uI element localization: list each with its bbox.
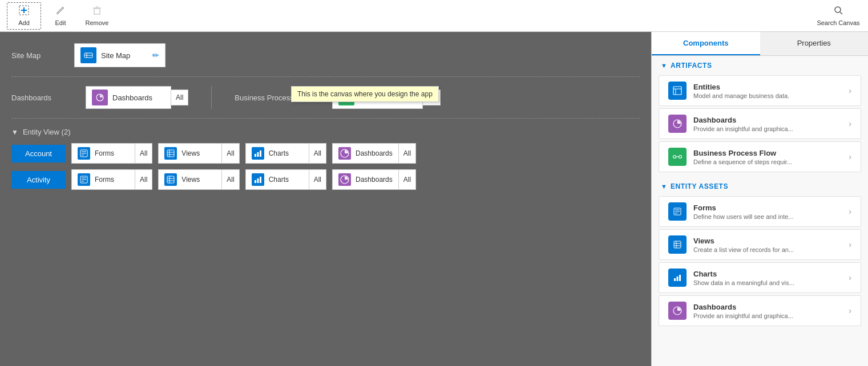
svg-rect-31 [167, 176, 174, 183]
add-button[interactable]: Add [7, 2, 41, 30]
asset-all-btn-0-2[interactable]: All [309, 143, 326, 164]
asset-all-btn-1-0[interactable]: All [135, 169, 152, 190]
site-map-icon [80, 47, 96, 63]
svg-rect-55 [677, 276, 679, 281]
search-canvas-button[interactable]: Search Canvas [815, 2, 861, 30]
artifact-info-0: Entities Model and manage business data. [693, 83, 842, 99]
site-map-row: Site Map Site Map ✏ [11, 43, 640, 77]
entity-asset-arrow-1: › [849, 240, 851, 249]
svg-rect-50 [674, 241, 681, 248]
dashboards-all-btn[interactable]: All [171, 90, 188, 105]
asset-card-1-1[interactable]: Views [158, 169, 222, 190]
svg-rect-25 [260, 151, 261, 157]
canvas-tooltip: This is the canvas where you design the … [291, 86, 439, 102]
artifact-item-2[interactable]: Business Process Flow Define a sequence … [659, 141, 861, 172]
divider [211, 86, 212, 109]
artifact-arrow-2: › [849, 152, 851, 161]
entity-asset-name-0: Forms [693, 204, 842, 212]
svg-point-44 [679, 156, 682, 158]
site-map-card[interactable]: Site Map ✏ [74, 43, 165, 67]
edit-button[interactable]: Edit [43, 2, 78, 30]
asset-card-1-2[interactable]: Charts [245, 169, 309, 190]
asset-card-1-3[interactable]: Dashboards [332, 169, 399, 190]
asset-all-btn-0-1[interactable]: All [222, 143, 239, 164]
svg-rect-23 [255, 154, 256, 157]
dashboards-card[interactable]: Dashboards [86, 86, 171, 109]
asset-card-0-0[interactable]: Forms [71, 143, 135, 164]
svg-rect-36 [257, 178, 259, 183]
asset-label-0-1: Views [181, 149, 216, 157]
svg-point-6 [835, 7, 841, 13]
entity-assets-expand-icon[interactable]: ▼ [661, 183, 667, 190]
asset-icon-1-2 [252, 173, 264, 186]
entity-rows-container: Account Forms All [11, 143, 640, 190]
entity-asset-item-1[interactable]: Views Create a list view of records for … [659, 229, 861, 260]
panel-content: ▼ ARTIFACTS Entities Model and manage bu… [652, 56, 868, 366]
entity-asset-item-2[interactable]: Charts Show data in a meaningful and vis… [659, 262, 861, 293]
asset-card-0-1[interactable]: Views [158, 143, 222, 164]
entity-assets-section-header: ▼ ENTITY ASSETS [652, 177, 868, 194]
asset-icon-1-1 [164, 173, 177, 186]
pencil-icon[interactable]: ✏ [152, 51, 159, 60]
artifact-icon-2 [668, 148, 687, 166]
asset-group-0-3: Dashboards All [332, 143, 416, 164]
asset-icon-1-3 [338, 173, 351, 186]
entity-view-header: ▼ Entity View (2) [11, 128, 640, 136]
tab-properties[interactable]: Properties [760, 32, 869, 55]
entity-asset-info-3: Dashboards Provide an insightful and gra… [693, 303, 842, 319]
asset-icon-0-2 [252, 147, 264, 160]
asset-group-0-0: Forms All [71, 143, 152, 164]
svg-rect-35 [255, 180, 256, 183]
asset-card-0-3[interactable]: Dashboards [332, 143, 399, 164]
entity-asset-item-3[interactable]: Dashboards Provide an insightful and gra… [659, 295, 861, 326]
entity-row-0: Account Forms All [11, 143, 640, 164]
edit-label: Edit [55, 19, 66, 26]
entity-btn-1[interactable]: Activity [11, 171, 66, 189]
asset-all-btn-1-3[interactable]: All [399, 169, 416, 190]
entity-asset-desc-1: Create a list view of records for an... [693, 246, 842, 253]
entity-asset-item-0[interactable]: Forms Define how users will see and inte… [659, 196, 861, 227]
svg-line-7 [840, 12, 842, 14]
remove-label: Remove [86, 19, 109, 26]
asset-card-1-0[interactable]: Forms [71, 169, 135, 190]
asset-all-btn-1-1[interactable]: All [222, 169, 239, 190]
canvas-scroll[interactable]: Site Map Site Map ✏ Dashboards [0, 32, 651, 366]
asset-group-1-3: Dashboards All [332, 169, 416, 190]
remove-button[interactable]: Remove [80, 2, 114, 30]
artifact-item-0[interactable]: Entities Model and manage business data.… [659, 75, 861, 106]
asset-group-1-0: Forms All [71, 169, 152, 190]
artifacts-expand-icon[interactable]: ▼ [661, 62, 667, 69]
asset-all-btn-0-3[interactable]: All [399, 143, 416, 164]
main-layout: Site Map Site Map ✏ Dashboards [0, 32, 868, 366]
asset-label-0-0: Forms [95, 149, 129, 157]
entity-asset-arrow-2: › [849, 273, 851, 282]
artifact-item-1[interactable]: Dashboards Provide an insightful and gra… [659, 108, 861, 139]
asset-group-0-1: Views All [158, 143, 239, 164]
artifacts-section-header: ▼ ARTIFACTS [652, 56, 868, 73]
asset-all-btn-1-2[interactable]: All [309, 169, 326, 190]
entity-asset-name-3: Dashboards [693, 303, 842, 311]
right-panel: Components Properties ▼ ARTIFACTS Entiti… [651, 32, 868, 366]
entity-asset-info-0: Forms Define how users will see and inte… [693, 204, 842, 220]
asset-label-1-0: Forms [95, 176, 129, 184]
dashboards-group: Dashboards All [86, 86, 188, 109]
artifacts-section-title: ARTIFACTS [671, 62, 712, 70]
svg-rect-39 [673, 87, 681, 95]
entity-btn-0[interactable]: Account [11, 145, 66, 162]
asset-group-1-1: Views All [158, 169, 239, 190]
expand-icon[interactable]: ▼ [11, 128, 18, 136]
entity-asset-icon-1 [668, 235, 687, 254]
artifacts-container: Entities Model and manage business data.… [652, 75, 868, 172]
entity-asset-icon-3 [668, 302, 687, 320]
asset-card-0-2[interactable]: Charts [245, 143, 309, 164]
asset-icon-0-1 [164, 147, 177, 160]
entity-asset-info-2: Charts Show data in a meaningful and vis… [693, 270, 842, 286]
artifact-desc-2: Define a sequence of steps requir... [693, 158, 842, 165]
entity-assets-section-title: ENTITY ASSETS [671, 182, 728, 190]
tab-components[interactable]: Components [652, 32, 760, 55]
add-icon [19, 5, 29, 18]
artifact-arrow-1: › [849, 119, 851, 128]
asset-all-btn-0-0[interactable]: All [135, 143, 152, 164]
artifact-icon-0 [668, 82, 687, 100]
entity-assets-container: Forms Define how users will see and inte… [652, 196, 868, 326]
